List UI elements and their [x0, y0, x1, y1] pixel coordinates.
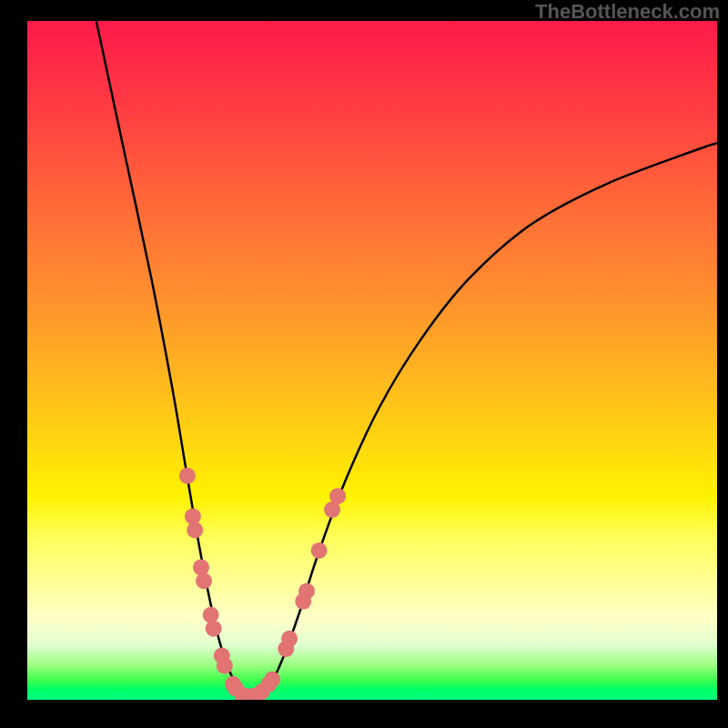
data-point — [298, 583, 315, 600]
data-point — [311, 542, 328, 559]
data-point — [187, 522, 203, 539]
data-points-group — [179, 468, 346, 700]
bottleneck-curve — [96, 21, 717, 696]
attribution-text: TheBottleneck.com — [535, 0, 720, 24]
plot-area — [27, 21, 717, 700]
data-point — [196, 572, 212, 589]
data-point — [281, 631, 298, 647]
data-point — [217, 658, 233, 674]
chart-svg — [27, 21, 717, 700]
data-point — [329, 488, 346, 504]
data-point — [193, 560, 209, 576]
data-point — [206, 621, 222, 637]
data-point — [179, 468, 196, 484]
chart-container: TheBottleneck.com — [0, 0, 728, 728]
data-point — [264, 672, 280, 688]
data-point — [203, 607, 219, 623]
